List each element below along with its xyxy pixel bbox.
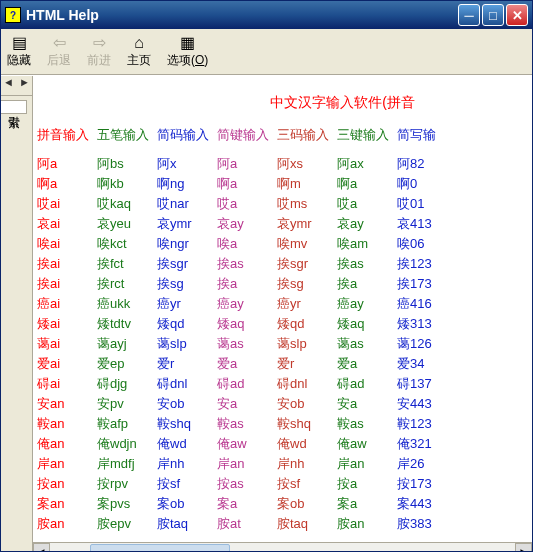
table-cell: 蔼126 bbox=[397, 334, 457, 354]
page-title: 中文汉字输入软件(拼音 bbox=[37, 94, 528, 112]
titlebar: ? HTML Help ─ □ ✕ bbox=[1, 1, 532, 29]
table-cell: 挨rct bbox=[97, 274, 157, 294]
table-cell: 挨ai bbox=[37, 254, 97, 274]
table-cell: 挨ai bbox=[37, 274, 97, 294]
table-cell: 挨a bbox=[337, 274, 397, 294]
table-cell: 唉am bbox=[337, 234, 397, 254]
column-header[interactable]: 简码输入 bbox=[157, 126, 217, 144]
home-button[interactable]: ⌂ 主页 bbox=[127, 34, 151, 69]
table-cell: 按an bbox=[37, 474, 97, 494]
table-cell: 碍ad bbox=[337, 374, 397, 394]
column-header[interactable]: 简键输入 bbox=[217, 126, 277, 144]
toolbar: ▤ 隐藏 ⇦ 后退 ⇨ 前进 ⌂ 主页 ▦ 选项(O) bbox=[1, 29, 532, 75]
home-icon: ⌂ bbox=[134, 34, 144, 52]
table-cell: 俺321 bbox=[397, 434, 457, 454]
table-cell: 按sf bbox=[277, 474, 337, 494]
column-header[interactable]: 拼音输入 bbox=[37, 126, 97, 144]
column-header[interactable]: 简写输 bbox=[397, 126, 457, 144]
table-cell: 癌ay bbox=[337, 294, 397, 314]
column-header[interactable]: 三键输入 bbox=[337, 126, 397, 144]
table-cell: 阿bs bbox=[97, 154, 157, 174]
scroll-left-button[interactable]: ◄ bbox=[33, 543, 50, 551]
minimize-button[interactable]: ─ bbox=[458, 4, 480, 26]
options-icon: ▦ bbox=[180, 34, 195, 52]
table-cell: 按sf bbox=[157, 474, 217, 494]
scroll-thumb[interactable] bbox=[90, 544, 230, 551]
table-cell: 阿a bbox=[217, 154, 277, 174]
table-cell: 矮ai bbox=[37, 314, 97, 334]
table-row: 俺an俺wdjn俺wd俺aw俺wd俺aw俺321 bbox=[37, 434, 457, 454]
horizontal-scrollbar[interactable]: ◄ ► bbox=[33, 542, 532, 551]
column-header[interactable]: 五笔输入 bbox=[97, 126, 157, 144]
table-cell: 阿a bbox=[37, 154, 97, 174]
table-cell: 啊ng bbox=[157, 174, 217, 194]
table-cell: 哎kaq bbox=[97, 194, 157, 214]
table-cell: 爱ai bbox=[37, 354, 97, 374]
table-cell: 案pvs bbox=[97, 494, 157, 514]
table-cell: 爱a bbox=[217, 354, 277, 374]
nav-arrows[interactable]: ◄► bbox=[1, 76, 32, 96]
table-cell: 安pv bbox=[97, 394, 157, 414]
table-cell: 俺aw bbox=[217, 434, 277, 454]
table-cell: 啊a bbox=[37, 174, 97, 194]
table-cell: 爱r bbox=[277, 354, 337, 374]
table-cell: 碍ad bbox=[217, 374, 277, 394]
table-cell: 岸mdfj bbox=[97, 454, 157, 474]
table-cell: 蔼slp bbox=[157, 334, 217, 354]
ime-table: 阿a阿bs阿x阿a阿xs阿ax阿82啊a啊kb啊ng啊a啊m啊a啊0哎ai哎ka… bbox=[37, 154, 457, 534]
table-cell: 碍137 bbox=[397, 374, 457, 394]
table-row: 岸an岸mdfj岸nh岸an岸nh岸an岸26 bbox=[37, 454, 457, 474]
table-cell: 碍dnl bbox=[157, 374, 217, 394]
table-cell: 挨as bbox=[337, 254, 397, 274]
table-cell: 啊a bbox=[217, 174, 277, 194]
table-cell: 胺taq bbox=[157, 514, 217, 534]
hide-button[interactable]: ▤ 隐藏 bbox=[7, 34, 31, 69]
scroll-right-button[interactable]: ► bbox=[515, 543, 532, 551]
table-cell: 挨fct bbox=[97, 254, 157, 274]
window-title: HTML Help bbox=[26, 7, 458, 23]
table-cell: 按as bbox=[217, 474, 277, 494]
table-cell: 哎01 bbox=[397, 194, 457, 214]
table-cell: 案ob bbox=[277, 494, 337, 514]
column-header[interactable]: 三码输入 bbox=[277, 126, 337, 144]
maximize-button[interactable]: □ bbox=[482, 4, 504, 26]
table-cell: 胺taq bbox=[277, 514, 337, 534]
close-button[interactable]: ✕ bbox=[506, 4, 528, 26]
table-row: 安an安pv安ob安a安ob安a安443 bbox=[37, 394, 457, 414]
table-cell: 哎a bbox=[217, 194, 277, 214]
table-cell: 岸nh bbox=[277, 454, 337, 474]
table-cell: 矮qd bbox=[277, 314, 337, 334]
help-icon: ? bbox=[5, 7, 21, 23]
table-cell: 挨as bbox=[217, 254, 277, 274]
table-cell: 碍ai bbox=[37, 374, 97, 394]
table-cell: 安an bbox=[37, 394, 97, 414]
table-cell: 岸an bbox=[217, 454, 277, 474]
table-cell: 挨sg bbox=[157, 274, 217, 294]
table-cell: 矮qd bbox=[157, 314, 217, 334]
options-button[interactable]: ▦ 选项(O) bbox=[167, 34, 208, 69]
table-cell: 哀yeu bbox=[97, 214, 157, 234]
table-cell: 俺wd bbox=[277, 434, 337, 454]
table-cell: 俺an bbox=[37, 434, 97, 454]
table-cell: 哀ay bbox=[337, 214, 397, 234]
column-headers: 拼音输入五笔输入简码输入简键输入三码输入三键输入简写输 bbox=[37, 126, 528, 144]
table-cell: 挨sgr bbox=[157, 254, 217, 274]
table-cell: 矮313 bbox=[397, 314, 457, 334]
table-cell: 癌ukk bbox=[97, 294, 157, 314]
table-cell: 鞍an bbox=[37, 414, 97, 434]
table-row: 挨ai挨rct挨sg挨a挨sg挨a挨173 bbox=[37, 274, 457, 294]
table-cell: 啊a bbox=[337, 174, 397, 194]
forward-button[interactable]: ⇨ 前进 bbox=[87, 34, 111, 69]
table-cell: 鞍123 bbox=[397, 414, 457, 434]
table-row: 矮ai矮tdtv矮qd矮aq矮qd矮aq矮313 bbox=[37, 314, 457, 334]
table-cell: 鞍as bbox=[217, 414, 277, 434]
table-cell: 蔼ai bbox=[37, 334, 97, 354]
index-tab[interactable]: 索引 bbox=[1, 100, 27, 114]
table-cell: 阿x bbox=[157, 154, 217, 174]
table-row: 蔼ai蔼ayj蔼slp蔼as蔼slp蔼as蔼126 bbox=[37, 334, 457, 354]
table-cell: 唉mv bbox=[277, 234, 337, 254]
table-cell: 哀ay bbox=[217, 214, 277, 234]
table-cell: 案a bbox=[217, 494, 277, 514]
back-button[interactable]: ⇦ 后退 bbox=[47, 34, 71, 69]
table-row: 胺an胺epv胺taq胺at胺taq胺an胺383 bbox=[37, 514, 457, 534]
